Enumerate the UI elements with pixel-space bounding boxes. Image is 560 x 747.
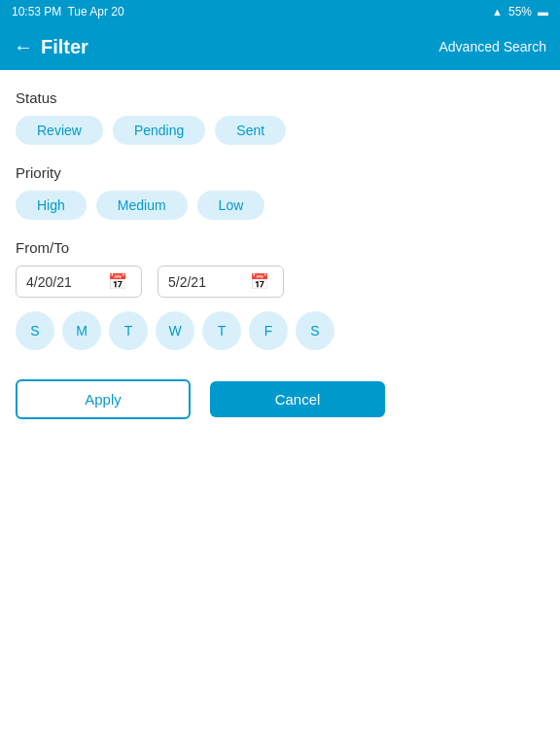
page-title: Filter bbox=[41, 36, 88, 58]
day-btn-wed[interactable]: W bbox=[156, 311, 194, 350]
day-btn-tue[interactable]: T bbox=[109, 311, 148, 350]
priority-label: Priority bbox=[16, 164, 544, 181]
from-calendar-icon[interactable]: 📅 bbox=[108, 272, 127, 291]
status-bar-right: ▲ 55% ▬ bbox=[492, 5, 548, 18]
nav-bar: ← Filter Advanced Search bbox=[0, 23, 560, 70]
status-bar-left: 10:53 PM Tue Apr 20 bbox=[12, 5, 124, 18]
status-chip-pending[interactable]: Pending bbox=[113, 116, 205, 145]
advanced-search-link[interactable]: Advanced Search bbox=[438, 39, 546, 54]
priority-chip-low[interactable]: Low bbox=[197, 191, 265, 220]
cancel-button[interactable]: Cancel bbox=[210, 381, 385, 417]
priority-chip-group: High Medium Low bbox=[16, 191, 544, 220]
day-btn-sat[interactable]: S bbox=[296, 311, 334, 350]
to-date-input[interactable] bbox=[168, 274, 246, 290]
nav-bar-left: ← Filter bbox=[14, 36, 88, 58]
battery-icon: ▬ bbox=[538, 6, 548, 18]
to-calendar-icon[interactable]: 📅 bbox=[250, 272, 269, 291]
apply-button[interactable]: Apply bbox=[16, 379, 191, 419]
date-display: Tue Apr 20 bbox=[67, 5, 123, 18]
status-chip-group: Review Pending Sent bbox=[16, 116, 544, 145]
day-group: S M T W T F S bbox=[16, 311, 544, 350]
day-btn-thu[interactable]: T bbox=[202, 311, 241, 350]
status-chip-review[interactable]: Review bbox=[16, 116, 103, 145]
from-date-field: 📅 bbox=[16, 266, 142, 298]
battery-percent: 55% bbox=[508, 5, 532, 18]
date-row: 📅 📅 bbox=[16, 266, 544, 298]
status-label: Status bbox=[16, 89, 544, 106]
priority-chip-high[interactable]: High bbox=[16, 191, 87, 220]
from-date-input[interactable] bbox=[26, 274, 104, 290]
from-to-label: From/To bbox=[16, 239, 544, 256]
priority-chip-medium[interactable]: Medium bbox=[96, 191, 188, 220]
day-btn-mon[interactable]: M bbox=[62, 311, 101, 350]
filter-content: Status Review Pending Sent Priority High… bbox=[0, 70, 560, 439]
back-button[interactable]: ← bbox=[14, 36, 33, 58]
to-date-field: 📅 bbox=[158, 266, 284, 298]
status-bar: 10:53 PM Tue Apr 20 ▲ 55% ▬ bbox=[0, 0, 560, 23]
day-btn-sun[interactable]: S bbox=[16, 311, 54, 350]
wifi-icon: ▲ bbox=[492, 6, 503, 18]
time-display: 10:53 PM bbox=[12, 5, 61, 18]
action-row: Apply Cancel bbox=[16, 379, 544, 419]
from-to-section: From/To 📅 📅 S M T W T F S bbox=[16, 239, 544, 350]
status-chip-sent[interactable]: Sent bbox=[215, 116, 286, 145]
day-btn-fri[interactable]: F bbox=[249, 311, 288, 350]
